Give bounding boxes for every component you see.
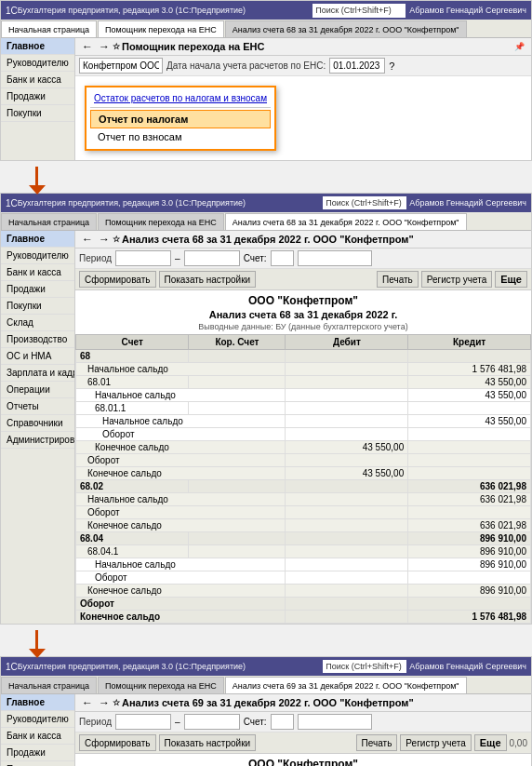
table-row: Начальное сальдо 43 550,00 (76, 389, 531, 402)
tab-68-w2[interactable]: Анализ счета 68 за 31 декабря 2022 г. ОО… (225, 213, 467, 230)
company-input-w1[interactable] (79, 58, 163, 74)
dropdown-popup[interactable]: Остаток расчетов по налогам и взносам От… (85, 86, 276, 151)
period-to-w3[interactable]: 31.12.2022 (184, 714, 240, 730)
cell-label: Начальное сальдо (76, 493, 286, 506)
cell-label: Начальное сальдо (76, 415, 286, 428)
sw3-manager[interactable]: Руководителю (1, 711, 74, 728)
sidebar-item-sales-w1[interactable]: Продажи (1, 88, 74, 105)
back-btn-w3[interactable]: ← (79, 696, 96, 709)
window3-sidebar: Главное Руководителю Банк и касса Продаж… (1, 694, 75, 766)
th-account-w2: Счет (76, 335, 189, 350)
app-title: Бухгалтерия предприятия, редакция 3.0 (1… (18, 6, 313, 15)
sw2-production[interactable]: Производство (1, 331, 74, 348)
tab-ens-w1[interactable]: Помощник перехода на ЕНС (98, 20, 224, 37)
table-row: Оборот (76, 506, 531, 519)
register-btn-w3[interactable]: Регистр учета (400, 734, 471, 751)
expand-btn-w3[interactable]: Еще (474, 734, 507, 751)
sw2-sales[interactable]: Продажи (1, 281, 74, 298)
cell-debit (286, 428, 408, 441)
question-icon[interactable]: ? (389, 60, 394, 72)
th-credit-w2: Кредит (408, 335, 531, 350)
sw2-manager[interactable]: Руководителю (1, 248, 74, 264)
table-row: Начальное сальдо 1 576 481,98 (76, 363, 531, 376)
sw3-bank[interactable]: Банк и касса (1, 728, 74, 745)
form-btn-w3[interactable]: Сформировать (79, 734, 156, 751)
period-from-w3[interactable]: 31.12.2022 (115, 714, 171, 730)
sw2-home[interactable]: Главное (1, 231, 74, 248)
sw2-warehouse[interactable]: Склад (1, 315, 74, 331)
company-input-w3[interactable]: Конфетпром ООО (298, 714, 372, 730)
settings-btn-w3[interactable]: Показать настройки (159, 734, 257, 751)
date-input-w1[interactable] (329, 58, 385, 74)
sw2-reports[interactable]: Отчеты (1, 398, 74, 415)
sw2-admin[interactable]: Администрирование (1, 432, 74, 449)
table-row: Конечное сальдо 43 550,00 (76, 467, 531, 480)
window3-titlebar: 1С Бухгалтерия предприятия, редакция 3.0… (1, 657, 531, 676)
sw2-os[interactable]: ОС и НМА (1, 348, 74, 365)
window3-toolbar: Сформировать Показать настройки Печать Р… (75, 732, 531, 754)
user-w2: Абрамов Геннадий Сергеевич (409, 198, 526, 208)
account-input-w3[interactable]: 69 (271, 714, 294, 730)
sw3-home[interactable]: Главное (1, 694, 74, 711)
forward-btn-w2[interactable]: → (96, 233, 113, 246)
cell-debit (286, 402, 408, 415)
sidebar-item-home-w1[interactable]: Главное (1, 38, 74, 55)
register-btn-w2[interactable]: Регистр учета (421, 271, 492, 288)
table-row: Конечное сальдо 1 576 481,98 (76, 611, 531, 624)
pin-btn-w1[interactable]: 📌 (512, 42, 527, 51)
back-btn-w1[interactable]: ← (79, 40, 96, 53)
tab-69-w3[interactable]: Анализ счета 69 за 31 декабря 2022 г. ОО… (225, 677, 467, 693)
forward-btn-w1[interactable]: → (96, 40, 113, 53)
w2-info: Выводные данные: БУ (данные бухгалтерско… (75, 322, 531, 334)
sw2-salary[interactable]: Зарплата и кадры (1, 365, 74, 382)
search-box-stub[interactable]: Поиск (Ctrl+Shift+F) (313, 4, 406, 18)
print-btn-w2[interactable]: Печать (377, 271, 419, 288)
dropdown-item-1[interactable]: Отчет по взносам (90, 128, 271, 145)
cell-debit (286, 350, 408, 363)
expand-btn-w2[interactable]: Еще (495, 271, 527, 288)
sw2-refs[interactable]: Справочники (1, 415, 74, 432)
window1-title: Помощник перехода на ЕНС (122, 41, 265, 52)
forward-btn-w3[interactable]: → (96, 696, 113, 709)
period-to-w2[interactable]: 31.12.2022 (184, 250, 240, 266)
tab-home-w3[interactable]: Начальная страница (1, 677, 97, 693)
window2-titlebar: 1С Бухгалтерия предприятия, редакция 3.0… (1, 194, 531, 212)
cell-cor (189, 545, 286, 558)
cell-debit (286, 376, 408, 389)
period-from-w2[interactable]: 31.12.2022 (115, 250, 171, 266)
arrow-line-1 (35, 167, 38, 187)
settings-btn-w2[interactable]: Показать настройки (159, 271, 257, 288)
table-row: Оборот (76, 571, 531, 585)
tab-68-w1[interactable]: Анализ счета 68 за 31 декабря 2022 г. ОО… (225, 20, 467, 37)
sw3-sales[interactable]: Продажи (1, 745, 74, 761)
cell-account: 68.04.1 (76, 545, 189, 558)
form-btn-w2[interactable]: Сформировать (79, 271, 156, 288)
tab-ens-w3[interactable]: Помощник перехода на ЕНС (98, 677, 224, 693)
dropdown-title[interactable]: Остаток расчетов по налогам и взносам (90, 91, 271, 105)
sw3-purchases[interactable]: Покупки (1, 761, 74, 766)
cell-label: Начальное сальдо (76, 558, 286, 571)
tab-ens-w2[interactable]: Помощник перехода на ЕНС (98, 213, 224, 230)
arrow-head-1 (29, 185, 46, 195)
cell-credit (408, 571, 531, 585)
window3-params: Период 31.12.2022 – 31.12.2022 Счет: 69 … (75, 712, 531, 732)
sw2-bank[interactable]: Банк и касса (1, 264, 74, 281)
tab-home-w2[interactable]: Начальная страница (1, 213, 97, 230)
sidebar-item-manager-w1[interactable]: Руководителю (1, 55, 74, 72)
back-btn-w2[interactable]: ← (79, 233, 96, 246)
print-btn-w3[interactable]: Печать (356, 734, 398, 751)
dropdown-item-0[interactable]: Отчет по налогам (90, 110, 271, 128)
account-input-w2[interactable]: 68 (271, 250, 294, 266)
sw2-ops[interactable]: Операции (1, 382, 74, 398)
app-title-w2: Бухгалтерия предприятия, редакция 3.0 (1… (18, 198, 323, 208)
search-w3[interactable]: Поиск (Ctrl+Shift+F) (323, 660, 406, 673)
window1-tabbar: Начальная страница Помощник перехода на … (1, 20, 531, 38)
sidebar-item-bank-w1[interactable]: Банк и касса (1, 72, 74, 88)
search-w2[interactable]: Поиск (Ctrl+Shift+F) (323, 196, 406, 209)
company-input-w2[interactable]: Конфетпром ООО (298, 250, 372, 266)
sidebar-item-purchases-w1[interactable]: Покупки (1, 105, 74, 122)
cell-credit (408, 402, 531, 415)
cell-label: Оборот (76, 454, 286, 467)
sw2-purchases[interactable]: Покупки (1, 298, 74, 315)
tab-home-w1[interactable]: Начальная страница (1, 20, 97, 37)
